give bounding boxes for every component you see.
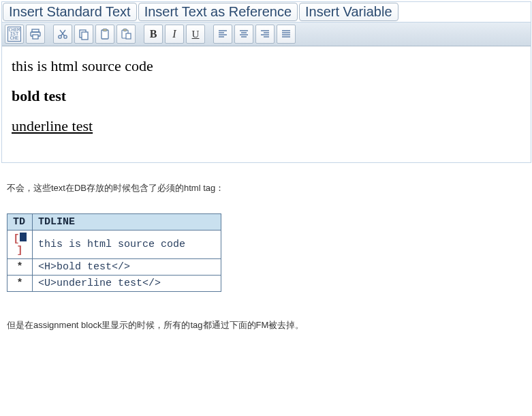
align-center-icon[interactable] xyxy=(234,25,253,44)
editor-line-bold: bold test xyxy=(12,87,521,105)
insert-standard-text-button[interactable]: Insert Standard Text xyxy=(3,3,137,21)
cell-td: * xyxy=(7,276,33,292)
editor-line-underline: underline test xyxy=(12,117,521,135)
svg-rect-2 xyxy=(33,35,38,39)
svg-rect-8 xyxy=(82,32,88,40)
cut-icon[interactable] xyxy=(53,25,72,44)
insert-variable-button[interactable]: Insert Variable xyxy=(299,3,398,21)
row-marker-icon: [] xyxy=(7,231,33,259)
svg-rect-12 xyxy=(123,29,127,31)
col-header-tdline: TDLINE xyxy=(33,214,221,231)
paste-icon[interactable] xyxy=(95,25,114,44)
paste-special-icon[interactable] xyxy=(116,25,136,44)
explanation-paragraph-1: 不会，这些text在DB存放的时候包含了必须的html tag： xyxy=(7,182,532,194)
table-row: * <U>underline test</> xyxy=(7,276,221,292)
table-row: [] this is html source code xyxy=(7,231,221,259)
align-justify-icon[interactable] xyxy=(277,25,296,44)
editor-content-area[interactable]: this is html source code bold test under… xyxy=(2,46,531,162)
copy-icon[interactable] xyxy=(74,25,93,44)
align-right-icon[interactable] xyxy=(255,25,275,44)
explanation-paragraph-2: 但是在assignment block里显示的时候，所有的tag都通过下面的FM… xyxy=(7,319,532,331)
underline-button[interactable]: U xyxy=(186,25,205,44)
header-button-row: Insert Standard Text Insert Text as Refe… xyxy=(2,2,531,23)
rich-text-editor: Insert Standard Text Insert Text as Refe… xyxy=(1,1,531,163)
table-row: * <H>bold test</> xyxy=(7,259,221,276)
db-storage-table: TD TDLINE [] this is html source code * … xyxy=(7,213,221,292)
cell-tdline: <U>underline test</> xyxy=(33,276,221,292)
editor-line-plain: this is html source code xyxy=(12,57,521,75)
insert-text-reference-button[interactable]: Insert Text as Reference xyxy=(138,3,298,21)
chemistry-icon[interactable]: CHEMISTCHE xyxy=(5,25,24,44)
svg-rect-13 xyxy=(126,33,131,39)
svg-rect-10 xyxy=(103,29,107,31)
cell-td: * xyxy=(7,259,33,276)
cell-tdline: <H>bold test</> xyxy=(33,259,221,276)
cell-tdline: this is html source code xyxy=(33,231,221,259)
format-toolbar: CHEMISTCHE B I U xyxy=(2,23,531,46)
bold-button[interactable]: B xyxy=(144,25,163,44)
print-icon[interactable] xyxy=(26,25,45,44)
col-header-td: TD xyxy=(7,214,33,231)
align-left-icon[interactable] xyxy=(213,25,232,44)
italic-button[interactable]: I xyxy=(165,25,184,44)
table-header-row: TD TDLINE xyxy=(7,214,221,231)
